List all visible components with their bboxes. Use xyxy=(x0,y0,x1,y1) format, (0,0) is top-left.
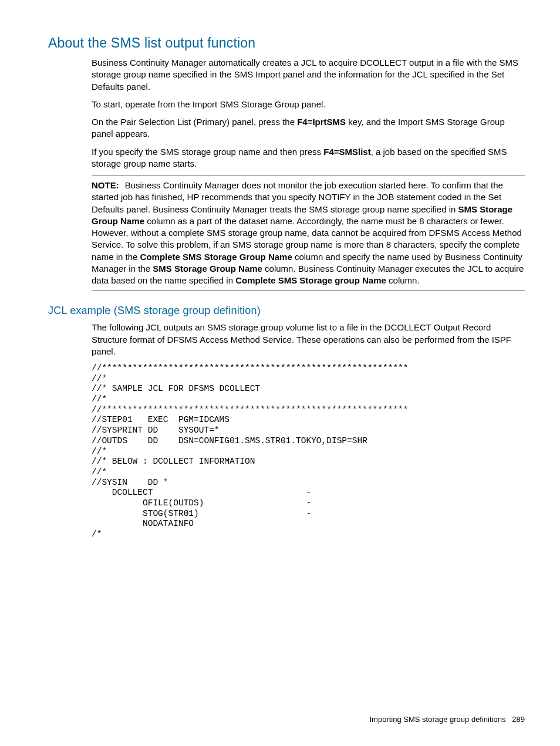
key-f4-iprtsms: F4=IprtSMS xyxy=(297,117,346,127)
para-3: On the Pair Selection List (Primary) pan… xyxy=(92,116,525,140)
footer-page-number: 289 xyxy=(512,715,525,724)
note-label: NOTE: xyxy=(92,180,119,190)
footer-text: Importing SMS storage group definitions xyxy=(369,715,505,724)
para-4: If you specify the SMS storage group nam… xyxy=(92,146,525,170)
para-1: Business Continuity Manager automaticall… xyxy=(92,57,525,93)
note-kw3: SMS Storage Group Name xyxy=(153,264,262,274)
note-kw4: Complete SMS Storage group Name xyxy=(235,275,386,285)
para-3-a: On the Pair Selection List (Primary) pan… xyxy=(92,117,297,127)
key-f4-smslist: F4=SMSlist xyxy=(323,147,370,157)
section1-body: Business Continuity Manager automaticall… xyxy=(92,57,525,291)
para-4-a: If you specify the SMS storage group nam… xyxy=(92,147,323,157)
para-jcl-intro: The following JCL outputs an SMS storage… xyxy=(92,322,525,357)
note-kw2: Complete SMS Storage Group Name xyxy=(140,252,292,262)
para-2: To start, operate from the Import SMS St… xyxy=(92,99,525,110)
section2-body: The following JCL outputs an SMS storage… xyxy=(92,322,525,539)
heading-jcl-example: JCL example (SMS storage group definitio… xyxy=(48,305,525,317)
note-block: NOTE:Business Continuity Manager does no… xyxy=(92,175,525,291)
heading-about-sms-list: About the SMS list output function xyxy=(48,35,525,51)
note-text-e: column. xyxy=(386,275,420,285)
page-footer: Importing SMS storage group definitions … xyxy=(369,715,525,724)
note-text-a: Business Continuity Manager does not mon… xyxy=(92,180,503,214)
code-block-jcl: //**************************************… xyxy=(92,363,525,540)
page-content: About the SMS list output function Busin… xyxy=(0,0,560,540)
